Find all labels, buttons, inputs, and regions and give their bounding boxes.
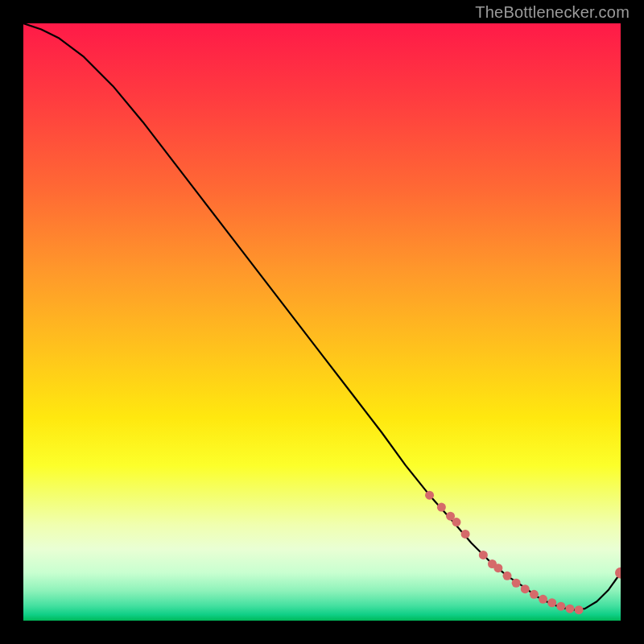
- marker-point: [547, 598, 556, 607]
- marker-point: [530, 590, 539, 599]
- plot-area: [23, 23, 621, 621]
- marker-point: [461, 530, 470, 539]
- marker-point: [565, 605, 574, 613]
- marker-point: [452, 518, 460, 526]
- marker-point: [493, 564, 502, 572]
- curve-line: [23, 23, 621, 610]
- marker-point: [425, 491, 434, 500]
- marker-point: [521, 584, 530, 593]
- marker-point: [512, 579, 521, 588]
- marker-point: [575, 605, 584, 614]
- marker-point: [556, 602, 565, 611]
- marker-point: [539, 595, 547, 604]
- marker-point: [437, 503, 446, 512]
- marker-point: [479, 551, 488, 559]
- marker-point: [503, 572, 512, 580]
- marker-group: [425, 491, 621, 614]
- chart-stage: TheBottlenecker.com: [0, 0, 644, 644]
- watermark-text: TheBottlenecker.com: [475, 3, 630, 22]
- chart-svg: [23, 23, 621, 621]
- marker-point: [615, 568, 621, 579]
